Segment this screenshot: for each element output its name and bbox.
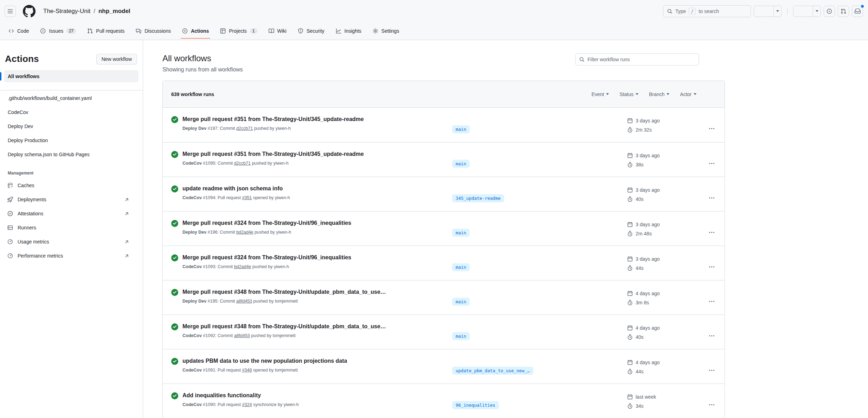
kebab-cell (700, 116, 716, 142)
workflow-run-row: updates PBM data to use the new populati… (163, 349, 725, 384)
breadcrumb-org[interactable]: The-Strategy-Unit (43, 8, 90, 15)
run-ref-link[interactable]: #351 (242, 195, 252, 200)
run-title-link[interactable]: Merge pull request #351 from The-Strateg… (182, 116, 364, 122)
run-title-link[interactable]: Merge pull request #348 from The-Strateg… (182, 289, 386, 295)
run-ref-link[interactable]: a8fd453 (234, 333, 250, 338)
run-title-link[interactable]: Add inequalities functionality (182, 392, 299, 399)
kebab-horizontal-icon (709, 402, 715, 408)
run-options-kebab-button[interactable] (707, 228, 716, 238)
github-logo-icon[interactable] (23, 5, 36, 18)
run-meta-cell: 3 days ago38s (599, 151, 700, 177)
sidebar-item-deployments[interactable]: Deployments (0, 192, 143, 207)
branch-badge[interactable]: main (452, 332, 470, 340)
unread-notification-dot (860, 4, 864, 8)
hamburger-menu-button[interactable] (5, 6, 16, 17)
run-ref-link[interactable]: d2ccb71 (236, 126, 253, 131)
copilot-icon[interactable] (754, 6, 773, 17)
issue-opened-icon (827, 8, 832, 14)
breadcrumb-repo[interactable]: nhp_model (98, 8, 130, 15)
plus-icon[interactable] (793, 6, 813, 17)
sidebar-workflow-link[interactable]: Deploy schema.json to GitHub Pages (4, 147, 139, 162)
branch-badge[interactable]: 345_update-readme (452, 194, 504, 202)
tab-pull-requests[interactable]: Pull requests (82, 22, 129, 40)
run-title-link[interactable]: Merge pull request #324 from The-Strateg… (182, 254, 351, 261)
your-issues-button[interactable] (824, 6, 835, 17)
tab-projects[interactable]: Projects1 (215, 22, 262, 40)
run-title-link[interactable]: Merge pull request #324 from The-Strateg… (182, 220, 351, 226)
run-options-kebab-button[interactable] (707, 331, 716, 341)
sidebar-head: Actions New workflow (0, 53, 143, 64)
run-subtitle: Deploy Dev #197: Commit d2ccb71 pushed b… (182, 126, 364, 131)
new-workflow-button[interactable]: New workflow (96, 54, 137, 64)
run-options-kebab-button[interactable] (707, 124, 716, 134)
sidebar-item-runners[interactable]: Runners (0, 221, 143, 235)
filter-status-button[interactable]: Status (619, 91, 638, 97)
run-date: 3 days ago (636, 153, 660, 158)
sidebar-item-caches[interactable]: Caches (0, 178, 143, 192)
branch-badge[interactable]: main (452, 298, 470, 306)
run-ref-link[interactable]: bd2ad4e (234, 264, 251, 269)
run-ref-link[interactable]: #324 (242, 402, 252, 407)
filter-event-button[interactable]: Event (591, 91, 609, 97)
run-workflow-name: Deploy Dev (182, 299, 206, 304)
run-meta-cell: last week34s (599, 392, 700, 418)
tab-discussions[interactable]: Discussions (131, 22, 176, 40)
branch-badge[interactable]: main (452, 229, 470, 237)
run-ref-link[interactable]: d2ccb71 (234, 161, 251, 166)
sidebar-workflow-link[interactable]: .github/workflows/build_container.yaml (4, 91, 139, 105)
run-title-link[interactable]: update readme with json schema info (182, 185, 290, 192)
sidebar-item-performance-metrics[interactable]: Performance metrics (0, 249, 143, 263)
run-workflow-name: Deploy Dev (182, 230, 206, 235)
run-number: #1093: (203, 264, 216, 269)
run-title-link[interactable]: Merge pull request #351 from The-Strateg… (182, 151, 364, 157)
branch-badge[interactable]: main (452, 125, 470, 133)
tab-settings[interactable]: Settings (368, 22, 404, 40)
create-new-caret[interactable] (813, 6, 821, 17)
tab-wiki[interactable]: Wiki (264, 22, 291, 40)
play-circle-icon (182, 28, 188, 34)
sidebar-item-attestations[interactable]: Attestations (0, 207, 143, 221)
tab-label: Security (307, 28, 324, 34)
filter-workflow-runs-input[interactable] (587, 57, 695, 62)
caret-down-icon (667, 93, 669, 95)
branch-badge[interactable]: update_pbm_data_to_use_new_… (452, 367, 533, 375)
copilot-dropdown-caret[interactable] (773, 6, 781, 17)
run-title-link[interactable]: Merge pull request #348 from The-Strateg… (182, 323, 386, 330)
sidebar-workflow-link[interactable]: Deploy Dev (4, 119, 139, 133)
run-ref-link[interactable]: bd2ad4e (236, 230, 253, 235)
run-subtitle: Deploy Dev #196: Commit bd2ad4e pushed b… (182, 230, 351, 235)
run-texts: Merge pull request #351 from The-Strateg… (182, 151, 364, 166)
run-date-line: 3 days ago (627, 117, 700, 125)
run-options-kebab-button[interactable] (707, 297, 716, 307)
run-options-kebab-button[interactable] (707, 159, 716, 169)
management-item-label: Performance metrics (18, 253, 63, 259)
global-search[interactable]: Type / to search (663, 5, 751, 17)
branch-cell: main (444, 254, 599, 280)
tab-issues[interactable]: Issues27 (35, 22, 81, 40)
sidebar-item-all-workflows[interactable]: All workflows (4, 70, 139, 82)
branch-badge[interactable]: 96_inequalities (452, 401, 499, 409)
run-ref-link[interactable]: #348 (242, 368, 252, 373)
run-options-kebab-button[interactable] (707, 194, 716, 203)
run-options-kebab-button[interactable] (707, 366, 716, 376)
tab-insights[interactable]: Insights (331, 22, 366, 40)
tab-code[interactable]: Code (4, 22, 34, 40)
discussions-icon (136, 28, 141, 34)
branch-badge[interactable]: main (452, 263, 470, 271)
tab-actions[interactable]: Actions (177, 22, 214, 40)
run-options-kebab-button[interactable] (707, 262, 716, 272)
filter-branch-button[interactable]: Branch (649, 91, 669, 97)
your-pull-requests-button[interactable] (838, 6, 849, 17)
filter-actor-button[interactable]: Actor (680, 91, 696, 97)
sidebar-workflow-link[interactable]: CodeCov (4, 105, 139, 119)
run-ref-link[interactable]: a8fd453 (236, 299, 252, 304)
run-workflow-name: CodeCov (182, 161, 202, 166)
run-title-link[interactable]: updates PBM data to use the new populati… (182, 358, 347, 364)
sidebar-item-usage-metrics[interactable]: Usage metrics (0, 235, 143, 249)
sidebar-workflow-link[interactable]: Deploy Production (4, 133, 139, 147)
tab-security[interactable]: Security (293, 22, 329, 40)
run-options-kebab-button[interactable] (707, 400, 716, 410)
branch-badge[interactable]: main (452, 160, 470, 168)
run-meta-cell: 4 days ago40s (599, 323, 700, 349)
management-title: Management (0, 171, 143, 176)
